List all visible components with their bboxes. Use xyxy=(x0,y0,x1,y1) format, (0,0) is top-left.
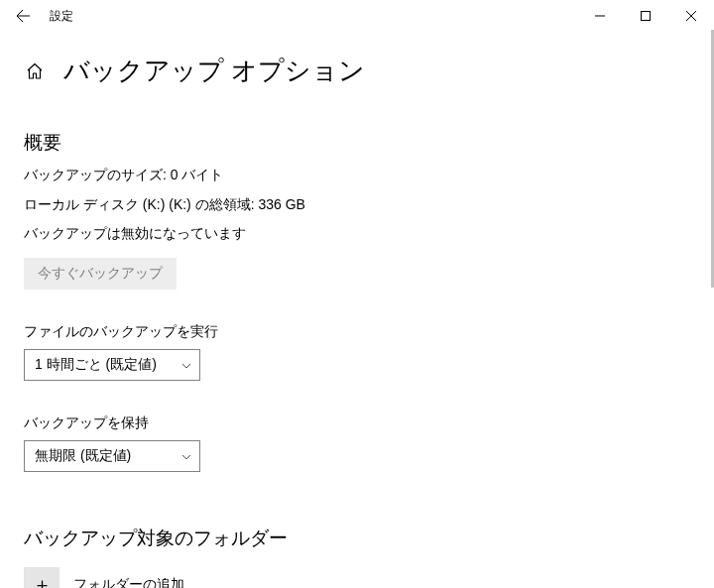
frequency-section: ファイルのバックアップを実行 1 時間ごと (既定値) xyxy=(24,323,690,381)
frequency-label: ファイルのバックアップを実行 xyxy=(24,323,690,341)
backup-size-line: バックアップのサイズ: 0 バイト xyxy=(24,166,690,185)
folders-heading: バックアップ対象のフォルダー xyxy=(24,526,690,551)
add-folder-row[interactable]: ＋ フォルダーの追加 xyxy=(24,563,690,588)
back-button[interactable] xyxy=(0,0,46,32)
window-title: 設定 xyxy=(46,8,73,25)
frequency-selected-value: 1 時間ごと (既定値) xyxy=(35,356,157,374)
close-icon xyxy=(686,11,696,21)
retention-section: バックアップを保持 無期限 (既定値) xyxy=(24,414,690,472)
page-header: バックアップ オプション xyxy=(24,54,690,88)
svg-rect-0 xyxy=(642,12,651,21)
backup-status-line: バックアップは無効になっています xyxy=(24,224,690,244)
home-icon xyxy=(26,62,44,80)
chevron-down-icon xyxy=(181,359,191,371)
plus-icon: ＋ xyxy=(24,567,60,588)
overview-section: 概要 バックアップのサイズ: 0 バイト ローカル ディスク (K:) (K:)… xyxy=(24,130,690,290)
chevron-down-icon xyxy=(181,450,191,462)
back-arrow-icon xyxy=(15,8,31,24)
home-button[interactable] xyxy=(24,60,46,82)
overview-heading: 概要 xyxy=(24,130,690,156)
maximize-button[interactable] xyxy=(623,0,668,32)
content-area: バックアップ オプション 概要 バックアップのサイズ: 0 バイト ローカル デ… xyxy=(0,32,714,588)
title-bar: 設定 xyxy=(0,0,714,32)
minimize-icon xyxy=(595,11,605,21)
frequency-select[interactable]: 1 時間ごと (既定値) xyxy=(24,349,200,381)
close-button[interactable] xyxy=(668,0,714,32)
backup-now-button: 今すぐバックアップ xyxy=(24,258,177,290)
maximize-icon xyxy=(641,11,651,21)
add-folder-label: フォルダーの追加 xyxy=(73,576,184,588)
title-bar-left: 設定 xyxy=(0,0,73,32)
retention-selected-value: 無期限 (既定値) xyxy=(35,447,131,465)
window-controls xyxy=(577,0,714,32)
minimize-button[interactable] xyxy=(577,0,623,32)
disk-space-line: ローカル ディスク (K:) (K:) の総領域: 336 GB xyxy=(24,195,690,215)
retention-select[interactable]: 無期限 (既定値) xyxy=(24,440,200,472)
page-title: バックアップ オプション xyxy=(63,54,365,88)
retention-label: バックアップを保持 xyxy=(24,414,690,432)
